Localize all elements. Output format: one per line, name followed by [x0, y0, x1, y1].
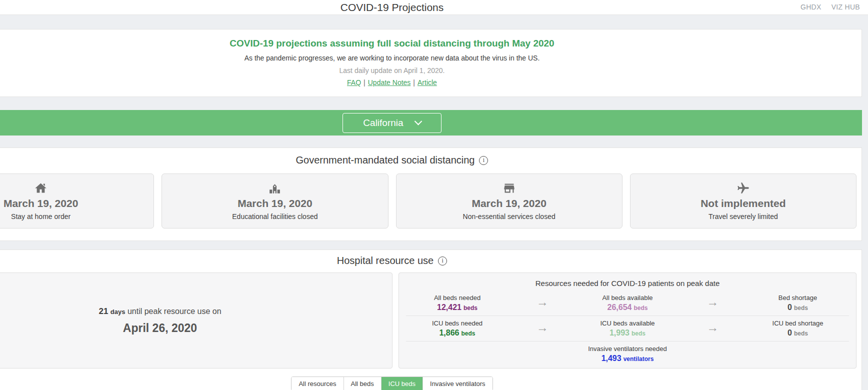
- card-label: Travel severely limited: [708, 212, 778, 220]
- location-dropdown[interactable]: California: [342, 113, 442, 133]
- location-dropdown-value: California: [363, 118, 403, 128]
- peak-days-value: 21: [98, 306, 108, 316]
- res-unit: beds: [462, 330, 476, 337]
- res-unit: beds: [464, 304, 478, 312]
- res-value: 0: [788, 328, 792, 337]
- social-distancing-cards: March 19, 2020 Stay at home order March …: [0, 174, 862, 228]
- social-distancing-section: Government-mandated social distancing Ma…: [0, 148, 862, 241]
- card-educational-facilities: March 19, 2020 Educational facilities cl…: [162, 174, 388, 228]
- peak-date: April 26, 2020: [123, 322, 197, 335]
- resources-title: Resources needed for COVID-19 patients o…: [406, 279, 849, 288]
- arrow-right-icon: →: [536, 296, 548, 310]
- res-value: 0: [788, 303, 792, 312]
- toggle-invasive-ventilators[interactable]: Invasive ventilators: [422, 377, 492, 390]
- home-icon: [34, 182, 48, 195]
- peak-line: 21 days until peak resource use on: [98, 306, 221, 316]
- toggle-all-resources[interactable]: All resources: [292, 377, 343, 390]
- icu-bed-shortage-cell: ICU bed shortage 0beds: [746, 320, 849, 338]
- arrow-right-icon: →: [706, 322, 718, 336]
- res-label: ICU beds needed: [406, 320, 508, 327]
- card-label: Stay at home order: [11, 212, 70, 220]
- nav-link-viz-hub[interactable]: VIZ HUB: [832, 3, 860, 11]
- nav-link-ghdx[interactable]: GHDX: [800, 3, 822, 11]
- res-label: All beds needed: [406, 294, 508, 302]
- resource-row-icu-beds: ICU beds needed 1,866beds → ICU beds ava…: [406, 316, 849, 342]
- res-unit: beds: [794, 304, 808, 312]
- card-travel-limited: Not implemented Travel severely limited: [630, 174, 856, 228]
- res-value: 12,421: [437, 303, 462, 312]
- hospital-resource-title: Hospital resource use: [0, 255, 862, 266]
- res-label: ICU bed shortage: [746, 320, 849, 327]
- banner-heading: COVID-19 projections assuming full socia…: [0, 38, 862, 49]
- card-label: Educational facilities closed: [232, 212, 318, 220]
- update-notes-link[interactable]: Update Notes: [368, 78, 411, 86]
- arrow-right-icon: →: [706, 296, 718, 310]
- page-title: COVID-19 Projections: [340, 2, 444, 14]
- res-value: 1,493: [602, 354, 622, 362]
- banner-links: FAQ|Update Notes|Article: [0, 78, 862, 86]
- article-link[interactable]: Article: [418, 78, 437, 86]
- arrow-right-icon: →: [536, 322, 548, 336]
- social-distancing-title: Government-mandated social distancing: [0, 154, 862, 166]
- bed-shortage-cell: Bed shortage 0beds: [746, 294, 849, 312]
- res-value: 1,993: [610, 328, 630, 337]
- card-date: March 19, 2020: [4, 198, 78, 210]
- resources-panel: Resources needed for COVID-19 patients o…: [398, 272, 856, 368]
- res-label: ICU beds available: [576, 320, 679, 327]
- all-beds-needed-cell: All beds needed 12,421beds: [406, 294, 508, 312]
- card-date: Not implemented: [700, 198, 786, 210]
- banner-subtext: As the pandemic progresses, we are worki…: [0, 54, 862, 62]
- chevron-down-icon: [414, 118, 422, 126]
- content-wrapper: COVID-19 projections assuming full socia…: [0, 15, 862, 390]
- peak-panel: 21 days until peak resource use on April…: [0, 272, 392, 368]
- res-label: Bed shortage: [746, 294, 849, 302]
- peak-line-text: until peak resource use on: [128, 307, 222, 316]
- hospital-resource-section: Hospital resource use 21 days until peak…: [0, 250, 862, 390]
- school-icon: [268, 182, 282, 195]
- faq-link[interactable]: FAQ: [347, 78, 361, 86]
- plane-icon: [736, 182, 750, 195]
- hospital-resource-title-text: Hospital resource use: [337, 255, 434, 266]
- icu-beds-available-cell: ICU beds available 1,993beds: [576, 320, 679, 338]
- res-value: 1,866: [439, 328, 459, 337]
- card-stay-at-home: March 19, 2020 Stay at home order: [0, 174, 154, 228]
- res-unit: beds: [632, 330, 646, 337]
- res-unit: beds: [634, 304, 648, 312]
- res-value: 26,654: [608, 303, 632, 312]
- hospital-body: 21 days until peak resource use on April…: [0, 272, 862, 368]
- resource-toggle-group: All resources All beds ICU beds Invasive…: [291, 376, 492, 390]
- intro-banner: COVID-19 projections assuming full socia…: [0, 29, 862, 97]
- link-separator: |: [364, 78, 366, 86]
- peak-days-unit: days: [110, 308, 126, 316]
- card-date: March 19, 2020: [472, 198, 546, 210]
- all-beds-available-cell: All beds available 26,654beds: [576, 294, 679, 312]
- resource-row-all-beds: All beds needed 12,421beds → All beds av…: [406, 290, 849, 316]
- res-label: Invasive ventilators needed: [562, 345, 692, 352]
- icu-beds-needed-cell: ICU beds needed 1,866beds: [406, 320, 508, 338]
- resource-row-ventilators: Invasive ventilators needed 1,493ventila…: [406, 342, 849, 366]
- location-bar: California: [0, 110, 862, 136]
- res-label: All beds available: [576, 294, 679, 302]
- store-icon: [502, 182, 516, 195]
- last-update-text: Last daily update on April 1, 2020.: [0, 66, 862, 74]
- top-header: COVID-19 Projections GHDX VIZ HUB: [0, 0, 868, 15]
- social-distancing-title-text: Government-mandated social distancing: [296, 154, 475, 166]
- card-date: March 19, 2020: [238, 198, 312, 210]
- ventilators-needed-cell: Invasive ventilators needed 1,493ventila…: [562, 345, 692, 363]
- res-unit: ventilators: [624, 356, 654, 362]
- top-nav: GHDX VIZ HUB: [800, 3, 860, 11]
- toggle-all-beds[interactable]: All beds: [344, 377, 381, 390]
- res-unit: beds: [794, 330, 808, 337]
- info-icon[interactable]: [438, 256, 447, 266]
- info-icon[interactable]: [479, 156, 488, 165]
- card-non-essential-services: March 19, 2020 Non-essential services cl…: [396, 174, 622, 228]
- link-separator: |: [413, 78, 415, 86]
- resource-toggle-row: All resources All beds ICU beds Invasive…: [0, 376, 862, 390]
- card-label: Non-essential services closed: [463, 212, 556, 220]
- toggle-icu-beds[interactable]: ICU beds: [381, 377, 422, 390]
